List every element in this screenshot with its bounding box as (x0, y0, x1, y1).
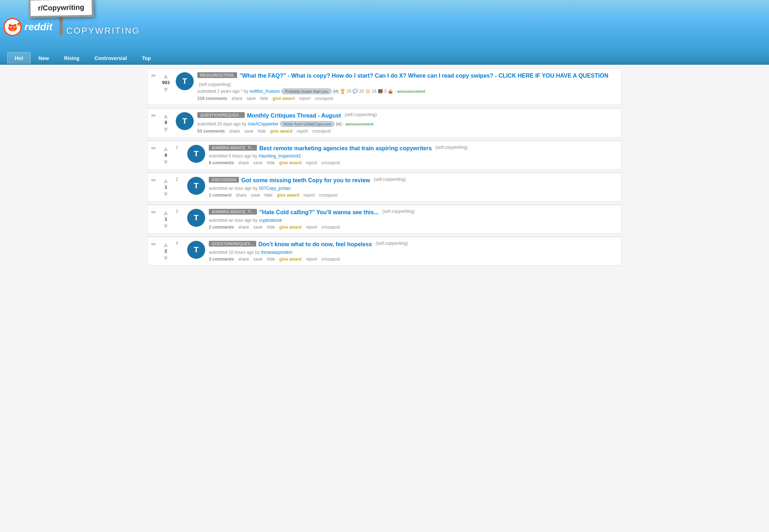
pencil-column: ✏ (151, 177, 156, 184)
comments-link[interactable]: 8 comments (209, 160, 234, 165)
share-link[interactable]: share (231, 96, 242, 101)
comments-link[interactable]: 1 comment (209, 193, 231, 198)
crosspost-link[interactable]: crosspost (319, 193, 337, 198)
pencil-icon: ✏ (151, 72, 156, 79)
downvote-button[interactable]: ▼ (162, 191, 170, 198)
vote-count: 993 (162, 79, 170, 86)
pencil-icon: ✏ (151, 177, 156, 184)
tab-top[interactable]: Top (135, 52, 158, 64)
share-link[interactable]: share (229, 129, 240, 134)
post-title-link[interactable]: "Hate Cold calling?" You'll wanna see th… (259, 209, 378, 216)
upvote-button[interactable]: ▲ (162, 241, 170, 248)
upvote-button[interactable]: ▲ (162, 72, 170, 79)
post-title-link[interactable]: Monthly Critiques Thread - August (247, 112, 341, 120)
upvote-button[interactable]: ▲ (162, 209, 170, 216)
vote-section: ▲ 1 ▼ (160, 209, 172, 230)
author-link[interactable]: eolithic_frustum (250, 89, 280, 94)
post-item: ✏ ▲ 993 ▼ T RESOURCE/TOOL "What the FAQ?… (147, 68, 622, 105)
comments-link[interactable]: 53 comments (197, 129, 225, 134)
hide-link[interactable]: hide (267, 160, 275, 165)
post-title-link[interactable]: Don't know what to do now, feel hopeless (258, 241, 372, 248)
post-item: ✏ ▲ 2 ▼ 4 T QUESTION/REQUES... Don't kno… (147, 237, 622, 266)
post-title-link[interactable]: Got some missing teeth Copy for you to r… (241, 177, 370, 184)
author-link[interactable]: AskACopywriter (248, 121, 278, 127)
vote-count: 1 (165, 184, 167, 191)
hide-link[interactable]: hide (264, 193, 273, 198)
give-award-link[interactable]: give award (279, 160, 301, 165)
give-award-link[interactable]: give award (277, 193, 299, 198)
hide-link[interactable]: hide (258, 129, 266, 134)
give-award-link[interactable]: give award (270, 129, 293, 134)
crosspost-link[interactable]: crosspost (322, 225, 340, 230)
post-title-link[interactable]: Best remote marketing agencies that trai… (259, 145, 432, 152)
upvote-button[interactable]: ▲ (162, 177, 170, 184)
downvote-button[interactable]: ▼ (162, 126, 170, 133)
save-link[interactable]: save (247, 96, 255, 101)
report-link[interactable]: report (297, 129, 308, 134)
post-title-link[interactable]: "What the FAQ?" - What is copy? How do I… (239, 72, 608, 80)
downvote-button[interactable]: ▼ (162, 159, 170, 166)
downvote-button[interactable]: ▼ (162, 254, 170, 262)
post-body: SHARING ADVICE, TI... "Hate Cold calling… (209, 209, 618, 230)
post-item: ✏ ▲ 1 ▼ 2 T DISCUSSION Got some missing … (147, 173, 622, 202)
report-link[interactable]: report (299, 96, 310, 101)
hide-link[interactable]: hide (260, 96, 268, 101)
rank-badge: 2 (176, 177, 183, 182)
post-actions: 2 comments share save hide give award re… (209, 225, 618, 230)
post-meta: submitted 5 hours ago by Haunting_Inspec… (209, 153, 618, 159)
upvote-button[interactable]: ▲ (162, 112, 170, 119)
author-link[interactable]: 007Copy_jordan (259, 186, 290, 191)
save-link[interactable]: save (244, 129, 253, 134)
mod-badge: [M] (333, 89, 339, 93)
svg-point-6 (14, 27, 15, 28)
post-item: ✏ ▲ 8 ▼ 1 T SHARING ADVICE, TI... Best r… (147, 141, 622, 170)
hide-link[interactable]: hide (267, 257, 275, 262)
give-award-link[interactable]: give award (279, 257, 301, 262)
tab-controversial[interactable]: Controversial (87, 52, 134, 64)
post-flair: QUESTION/REQUES... (197, 112, 245, 118)
hide-link[interactable]: hide (267, 225, 275, 230)
post-domain: (self.copywriting) (382, 209, 415, 214)
give-award-link[interactable]: give award (272, 96, 295, 101)
vote-count: 1 (165, 216, 167, 223)
header: r/Copywriting reddit COPYWRITING (0, 0, 769, 52)
downvote-button[interactable]: ▼ (162, 86, 170, 93)
crosspost-link[interactable]: crosspost (322, 257, 340, 262)
pencil-column: ✏ (151, 72, 156, 79)
post-title-line: SHARING ADVICE, TI... Best remote market… (209, 145, 618, 152)
author-link[interactable]: Haunting_Inspector42 (259, 153, 301, 159)
crosspost-link[interactable]: crosspost (322, 160, 340, 165)
post-actions: 3 comments share save hide give award re… (209, 257, 618, 262)
comments-link[interactable]: 219 comments (197, 96, 227, 101)
save-link[interactable]: save (253, 160, 262, 165)
share-link[interactable]: share (238, 225, 249, 230)
tab-rising[interactable]: Rising (57, 52, 87, 64)
upvote-button[interactable]: ▲ (162, 145, 170, 152)
tab-hot[interactable]: Hot (7, 52, 31, 64)
crosspost-link[interactable]: crosspost (312, 129, 331, 134)
post-domain: (self.copywriting) (436, 145, 468, 150)
crosspost-link[interactable]: crosspost (315, 96, 333, 101)
comments-link[interactable]: 3 comments (209, 257, 234, 262)
author-link[interactable]: throwaaypotskm (261, 250, 292, 255)
share-link[interactable]: share (238, 160, 249, 165)
post-title-line: QUESTION/REQUES... Monthly Critiques Thr… (197, 112, 618, 120)
report-link[interactable]: report (306, 257, 317, 262)
submitted-text: submitted an hour ago by (209, 218, 257, 223)
vote-section: ▲ 8 ▼ (160, 112, 172, 133)
report-link[interactable]: report (306, 225, 317, 230)
author-link[interactable]: cryptoskook (259, 218, 282, 223)
post-meta: submitted an hour ago by cryptoskook (209, 218, 618, 223)
report-link[interactable]: report (306, 160, 317, 165)
save-link[interactable]: save (251, 193, 260, 198)
save-link[interactable]: save (253, 225, 262, 230)
report-link[interactable]: report (303, 193, 314, 198)
give-award-link[interactable]: give award (279, 225, 301, 230)
tab-new[interactable]: New (31, 52, 56, 64)
save-link[interactable]: save (253, 257, 262, 262)
downvote-button[interactable]: ▼ (162, 223, 170, 230)
share-link[interactable]: share (238, 257, 249, 262)
vote-section: ▲ 2 ▼ (160, 241, 172, 262)
comments-link[interactable]: 2 comments (209, 225, 234, 230)
share-link[interactable]: share (236, 193, 247, 198)
